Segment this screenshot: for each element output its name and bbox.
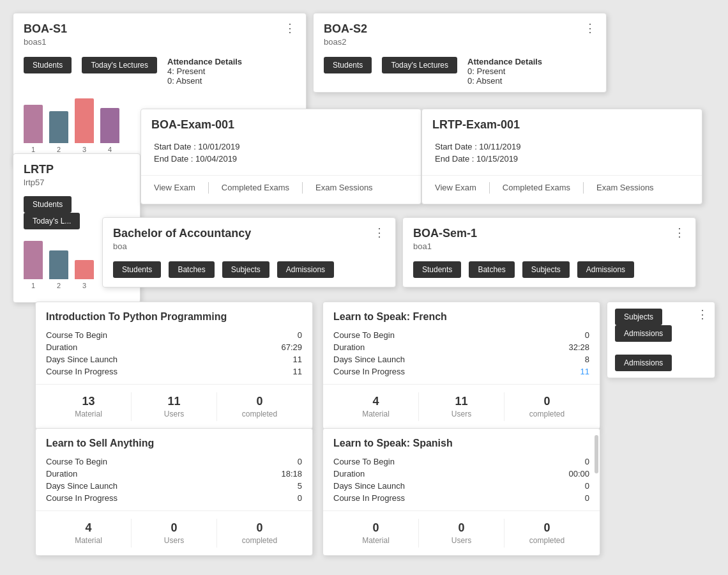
python-completed-label: completed: [242, 410, 277, 418]
bg-right-subjects-button[interactable]: Subjects: [615, 309, 662, 325]
spanish-stat-val-3: 0: [585, 493, 589, 503]
boas2-students-button[interactable]: Students: [324, 57, 372, 73]
python-stat-label-3: Course In Progress: [46, 367, 118, 376]
exam-boa-completed-link[interactable]: Completed Exams: [222, 182, 303, 194]
python-stat-label-2: Days Since Launch: [46, 355, 118, 364]
spanish-completed-label: completed: [529, 536, 565, 545]
python-footer: 13 Material 11 Users 0 completed: [36, 384, 312, 429]
python-title: Introduction To Python Programming: [36, 302, 312, 329]
boas1-title: BOA-S1: [24, 22, 67, 36]
python-material-count: 13: [82, 395, 95, 408]
bg-right-admissions2-button[interactable]: Admissions: [615, 355, 672, 371]
boa-sem-title: BOA-Sem-1: [413, 227, 477, 240]
boas1-attendance-label: Attendance Details: [167, 57, 244, 66]
card-boas2: BOA-S2 boas2 ⋮ Students Today's Lectures…: [313, 13, 607, 93]
boas1-present: 4: Present: [167, 66, 244, 76]
boas2-menu-icon[interactable]: ⋮: [584, 22, 596, 34]
card-boa-prog: Bachelor of Accountancy boa ⋮ Students B…: [102, 217, 396, 288]
python-stat-label-1: Duration: [46, 342, 77, 352]
boas2-lectures-button[interactable]: Today's Lectures: [382, 57, 457, 73]
exam-boa-end: End Date : 10/04/2019: [154, 154, 408, 164]
python-completed-count: 0: [256, 395, 262, 408]
boa-prog-title: Bachelor of Accountancy: [113, 227, 251, 240]
boas2-absent: 0: Absent: [467, 76, 544, 86]
sell-stat-label-1: Duration: [46, 469, 77, 479]
python-users-count: 11: [167, 395, 180, 408]
boa-prog-subjects-button[interactable]: Subjects: [222, 261, 269, 278]
boa-sem-students-button[interactable]: Students: [413, 261, 461, 278]
exam-lrtp-start: Start Date : 10/11/2019: [435, 142, 689, 151]
spanish-stat-label-1: Duration: [333, 469, 365, 479]
french-stat-label-0: Course To Begin: [333, 330, 395, 340]
exam-boa-view-link[interactable]: View Exam: [154, 182, 209, 194]
boas2-subtitle: boas2: [324, 37, 367, 47]
boa-prog-students-button[interactable]: Students: [113, 261, 161, 278]
boas2-attendance-label: Attendance Details: [467, 57, 544, 66]
spanish-material-label: Material: [362, 536, 390, 545]
french-stat-val-3: 11: [580, 367, 589, 376]
spanish-users-count: 0: [458, 521, 464, 535]
french-users-count: 11: [455, 395, 467, 408]
boa-sem-batches-button[interactable]: Batches: [469, 261, 514, 278]
french-stats: Course To Begin 0 Duration 32:28 Days Si…: [323, 329, 600, 384]
spanish-users-label: Users: [451, 536, 471, 545]
exam-boa-sessions-link[interactable]: Exam Sessions: [315, 182, 386, 194]
french-users-label: Users: [451, 410, 471, 418]
sell-stat-val-3: 0: [298, 493, 302, 503]
french-material-label: Material: [362, 410, 390, 418]
boas1-subtitle: boas1: [24, 37, 67, 47]
card-course-french: Learn to Speak: French Course To Begin 0…: [322, 302, 600, 429]
french-title: Learn to Speak: French: [323, 302, 600, 329]
boa-prog-menu-icon[interactable]: ⋮: [374, 227, 385, 238]
boas1-absent: 0: Absent: [167, 76, 244, 86]
exam-lrtp-title: LRTP-Exam-001: [432, 118, 520, 132]
card-boa-sem: BOA-Sem-1 boa1 ⋮ Students Batches Subjec…: [402, 217, 696, 288]
python-stat-val-3: 11: [293, 367, 302, 376]
python-stat-label-0: Course To Begin: [46, 330, 107, 340]
spanish-stat-label-0: Course To Begin: [333, 457, 395, 466]
card-course-sell: Learn to Sell Anything Course To Begin 0…: [35, 428, 313, 556]
french-stat-val-1: 32:28: [568, 342, 589, 352]
exam-lrtp-view-link[interactable]: View Exam: [435, 182, 490, 194]
card-exam-boa: BOA-Exam-001 Start Date : 10/01/2019 End…: [140, 109, 421, 204]
exam-lrtp-end: End Date : 10/15/2019: [435, 154, 689, 164]
boas1-lectures-button[interactable]: Today's Lectures: [82, 57, 157, 73]
exam-lrtp-sessions-link[interactable]: Exam Sessions: [596, 182, 667, 194]
french-completed-count: 0: [543, 395, 550, 408]
spanish-stat-label-3: Course In Progress: [333, 493, 405, 503]
scrollbar[interactable]: [595, 435, 598, 473]
boa-sem-subjects-button[interactable]: Subjects: [522, 261, 570, 278]
sell-stat-val-0: 0: [298, 457, 302, 466]
spanish-stat-val-0: 0: [585, 457, 589, 466]
spanish-footer: 0 Material 0 Users 0 completed: [323, 510, 600, 555]
boas2-title: BOA-S2: [324, 22, 367, 36]
boa-prog-batches-button[interactable]: Batches: [169, 261, 214, 278]
spanish-stat-val-1: 00:00: [568, 469, 589, 479]
lrtp-subtitle: lrtp57: [24, 178, 54, 187]
boas1-menu-icon[interactable]: ⋮: [284, 22, 296, 34]
exam-lrtp-completed-link[interactable]: Completed Exams: [503, 182, 584, 194]
boa-sem-subtitle: boa1: [413, 241, 477, 251]
lrtp-students-button[interactable]: Students: [24, 196, 72, 213]
boa-prog-admissions-button[interactable]: Admissions: [277, 261, 334, 278]
lrtp-lectures-button[interactable]: Today's L...: [24, 213, 80, 229]
sell-title: Learn to Sell Anything: [36, 429, 312, 456]
spanish-stats: Course To Begin 0 Duration 00:00 Days Si…: [323, 456, 600, 510]
sell-completed-label: completed: [242, 536, 277, 545]
boa-sem-menu-icon[interactable]: ⋮: [674, 227, 685, 238]
python-stat-val-0: 0: [298, 330, 302, 340]
card-bg-right: Subjects Admissions Admissions ⋮: [607, 302, 715, 378]
spanish-stat-val-2: 0: [585, 481, 589, 491]
bg-right-admissions-button[interactable]: Admissions: [615, 325, 672, 342]
boa-sem-admissions-button[interactable]: Admissions: [577, 261, 634, 278]
bg-right-menu-icon[interactable]: ⋮: [697, 309, 708, 320]
sell-users-label: Users: [164, 536, 184, 545]
card-course-python: Introduction To Python Programming Cours…: [35, 302, 313, 429]
boas2-present: 0: Present: [467, 66, 544, 76]
spanish-completed-count: 0: [543, 521, 550, 535]
french-stat-val-0: 0: [585, 330, 589, 340]
sell-users-count: 0: [171, 521, 177, 535]
card-course-spanish: Learn to Speak: Spanish Course To Begin …: [322, 428, 600, 556]
boas1-students-button[interactable]: Students: [24, 57, 72, 73]
python-stat-val-2: 11: [293, 355, 302, 364]
